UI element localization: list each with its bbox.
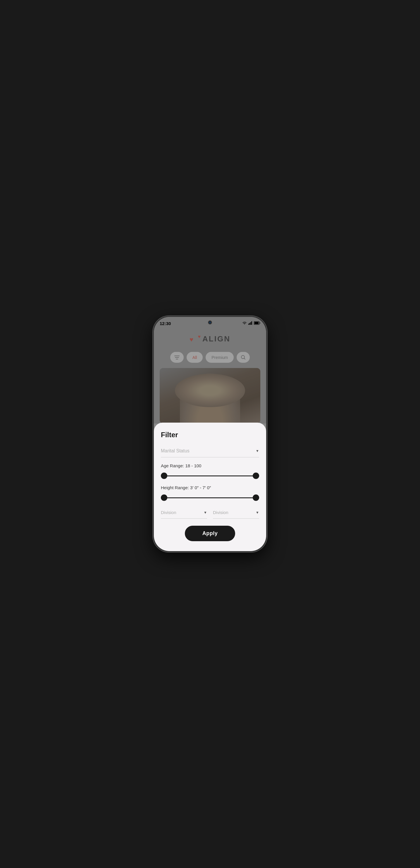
division2-underline xyxy=(213,518,259,519)
age-range-slider[interactable] xyxy=(161,472,259,479)
overlay-dim xyxy=(154,317,266,424)
age-range-section: Age Range: 18 - 100 xyxy=(161,463,259,479)
division2-label: Division ▼ xyxy=(213,507,259,517)
marital-status-field[interactable]: Marital Status ▼ xyxy=(161,446,259,457)
division1-underline xyxy=(161,518,207,519)
volume-down-button[interactable] xyxy=(153,378,153,389)
division1-label: Division ▼ xyxy=(161,507,207,517)
marital-status-label: Marital Status ▼ xyxy=(161,446,259,456)
signal-icon xyxy=(248,321,252,326)
svg-rect-5 xyxy=(254,322,258,324)
height-range-min-thumb[interactable] xyxy=(161,494,167,501)
status-time: 12:30 xyxy=(160,321,171,326)
marital-status-underline xyxy=(161,457,259,457)
height-range-slider[interactable] xyxy=(161,494,259,501)
division2-arrow-icon: ▼ xyxy=(256,510,259,515)
power-button[interactable] xyxy=(267,375,267,393)
front-camera xyxy=(208,320,212,324)
division1-placeholder: Division xyxy=(161,510,176,515)
filter-title: Filter xyxy=(161,431,259,439)
apply-button[interactable]: Apply xyxy=(185,526,235,541)
age-range-max-thumb[interactable] xyxy=(253,472,259,479)
battery-icon xyxy=(254,321,260,326)
status-icons xyxy=(242,321,260,326)
height-range-max-thumb[interactable] xyxy=(253,494,259,501)
division1-field[interactable]: Division ▼ xyxy=(161,507,207,519)
height-range-section: Height Range: 3′ 0″ - 7′ 0″ xyxy=(161,485,259,501)
svg-rect-2 xyxy=(250,322,251,325)
svg-rect-3 xyxy=(252,321,252,325)
division2-field[interactable]: Division ▼ xyxy=(213,507,259,519)
height-range-track xyxy=(161,497,259,498)
filter-panel: Filter Marital Status ▼ Age Range: 18 - … xyxy=(154,423,266,551)
marital-status-placeholder: Marital Status xyxy=(161,448,190,454)
svg-rect-0 xyxy=(248,323,249,325)
wifi-icon xyxy=(242,321,247,326)
phone-frame: 12:30 xyxy=(153,316,267,552)
division2-placeholder: Division xyxy=(213,510,228,515)
division-dropdowns-row: Division ▼ Division ▼ xyxy=(161,507,259,519)
age-range-min-thumb[interactable] xyxy=(161,472,167,479)
division1-arrow-icon: ▼ xyxy=(203,510,207,515)
phone-screen: 12:30 xyxy=(154,317,266,551)
age-range-track xyxy=(161,475,259,476)
age-range-label: Age Range: 18 - 100 xyxy=(161,463,259,468)
volume-up-button[interactable] xyxy=(153,364,153,374)
svg-rect-1 xyxy=(250,323,250,325)
status-bar: 12:30 xyxy=(154,317,266,330)
marital-status-arrow-icon: ▼ xyxy=(256,449,259,453)
height-range-label: Height Range: 3′ 0″ - 7′ 0″ xyxy=(161,485,259,490)
